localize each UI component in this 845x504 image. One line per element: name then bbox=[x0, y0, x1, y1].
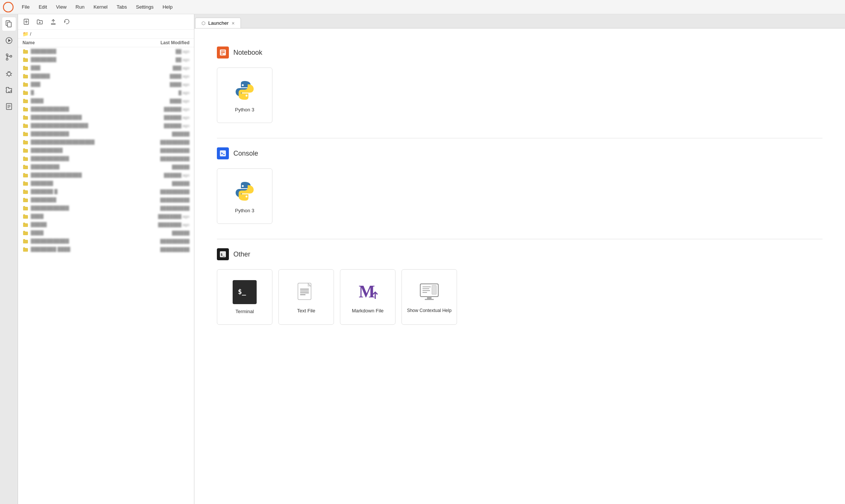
file-row-name: ████ bbox=[31, 214, 122, 219]
notebook-cards: Python 3 bbox=[217, 68, 822, 123]
terminal-label: Terminal bbox=[235, 309, 254, 314]
file-row-icon bbox=[23, 172, 29, 178]
refresh-btn[interactable] bbox=[62, 16, 72, 27]
list-item[interactable]: ██████████████████████ bbox=[18, 204, 194, 212]
list-item[interactable]: ███████ ███████████ bbox=[18, 188, 194, 196]
file-row-modified: ██████ ago bbox=[122, 107, 189, 111]
list-item[interactable]: ██████████ ago bbox=[18, 47, 194, 56]
svg-rect-41 bbox=[425, 299, 434, 300]
markdown-file-label: Markdown File bbox=[352, 308, 384, 314]
list-item[interactable]: ██████████████████ bbox=[18, 130, 194, 138]
text-file-card[interactable]: Text File bbox=[278, 269, 334, 325]
list-item[interactable]: ██████████████████████ bbox=[18, 237, 194, 245]
notebook-section-icon bbox=[217, 46, 229, 58]
console-section-title: Console bbox=[233, 150, 258, 158]
list-item[interactable]: █████████████ bbox=[18, 179, 194, 188]
svg-marker-4 bbox=[8, 39, 11, 42]
python3-notebook-icon bbox=[233, 78, 257, 102]
list-item[interactable]: ██████████████████████████████ bbox=[18, 138, 194, 146]
activity-page[interactable] bbox=[2, 100, 16, 113]
file-row-name: ████████ bbox=[31, 57, 122, 62]
list-item[interactable]: ████████ ██████████████ bbox=[18, 245, 194, 254]
contextual-help-card[interactable]: Show Contextual Help bbox=[401, 269, 457, 325]
menu-tabs[interactable]: Tabs bbox=[113, 3, 131, 11]
list-item[interactable]: ████████████ ago bbox=[18, 212, 194, 220]
menu-run[interactable]: Run bbox=[72, 3, 88, 11]
list-item[interactable]: █████████████ ago bbox=[18, 220, 194, 229]
activity-debug[interactable] bbox=[2, 67, 16, 80]
terminal-card[interactable]: $_ Terminal bbox=[217, 269, 272, 325]
file-row-name: ██████ bbox=[31, 74, 122, 79]
activity-puzzle[interactable] bbox=[2, 83, 16, 97]
file-row-name: ████████████ bbox=[31, 206, 122, 211]
file-row-modified: █ ago bbox=[122, 90, 189, 95]
svg-text:$_: $_ bbox=[221, 253, 225, 256]
file-row-modified: ████ ago bbox=[122, 74, 189, 78]
list-item[interactable]: ███████ ago bbox=[18, 80, 194, 88]
menu-edit[interactable]: Edit bbox=[35, 3, 51, 11]
menu-kernel[interactable]: Kernel bbox=[90, 3, 111, 11]
file-row-modified: ████ ago bbox=[122, 99, 189, 103]
file-row-icon bbox=[23, 106, 29, 112]
markdown-file-card[interactable]: M Markdown File bbox=[340, 269, 395, 325]
list-item[interactable]: ██████████████████████ bbox=[18, 154, 194, 163]
file-row-name: ████████████████████ bbox=[31, 140, 122, 145]
python3-notebook-card[interactable]: Python 3 bbox=[217, 68, 272, 123]
list-item[interactable]: ██████████████████████ ago bbox=[18, 113, 194, 122]
file-row-name: ████████ bbox=[31, 49, 122, 54]
file-row-modified: ██ ago bbox=[122, 57, 189, 62]
list-item[interactable]: ████████████████████ bbox=[18, 146, 194, 154]
list-item[interactable]: ██████████████████████ ago bbox=[18, 171, 194, 179]
file-toolbar bbox=[18, 14, 194, 30]
list-item[interactable]: ██████ ago bbox=[18, 64, 194, 72]
launcher-tab[interactable]: ⬡ Launcher × bbox=[195, 18, 241, 28]
contextual-help-label: Show Contextual Help bbox=[407, 308, 452, 313]
file-row-icon bbox=[23, 197, 29, 203]
list-item[interactable]: ████████ ago bbox=[18, 97, 194, 105]
file-row-name: ███ bbox=[31, 82, 122, 87]
menu-settings[interactable]: Settings bbox=[132, 3, 157, 11]
file-row-modified: ██████████ bbox=[122, 189, 189, 194]
upload-btn[interactable] bbox=[48, 16, 59, 27]
file-row-modified: ██████ bbox=[122, 165, 189, 169]
list-item[interactable]: ██████████ bbox=[18, 229, 194, 237]
file-row-icon bbox=[23, 180, 29, 186]
file-row-icon bbox=[23, 246, 29, 252]
activity-git[interactable] bbox=[2, 50, 16, 64]
python3-console-card[interactable]: Python 3 bbox=[217, 168, 272, 224]
python3-console-label: Python 3 bbox=[235, 208, 254, 213]
file-row-modified: ██████ bbox=[122, 231, 189, 235]
file-row-name: ████████████ bbox=[31, 131, 122, 136]
file-row-icon bbox=[23, 90, 29, 96]
activity-files[interactable] bbox=[2, 17, 16, 31]
file-row-name: ████████████ bbox=[31, 238, 122, 244]
file-row-icon bbox=[23, 114, 29, 120]
menu-help[interactable]: Help bbox=[159, 3, 176, 11]
col-name-header: Name bbox=[23, 40, 122, 45]
list-item[interactable]: ██████████████████ bbox=[18, 196, 194, 204]
file-row-name: █████ bbox=[31, 222, 122, 227]
list-item[interactable]: ██████████ ago bbox=[18, 72, 194, 80]
list-item[interactable]: ███████████████ bbox=[18, 163, 194, 171]
activity-run[interactable] bbox=[2, 34, 16, 47]
list-item[interactable]: ████████████████████████ ago bbox=[18, 122, 194, 130]
other-cards: $_ Terminal bbox=[217, 269, 822, 325]
tab-close-btn[interactable]: × bbox=[232, 21, 235, 26]
text-file-label: Text File bbox=[297, 308, 315, 314]
new-file-btn[interactable] bbox=[21, 16, 32, 27]
file-row-name: ████████ bbox=[31, 197, 122, 202]
file-row-name: ████████████████ bbox=[31, 115, 122, 120]
file-row-name: ██████████████████ bbox=[31, 123, 122, 128]
list-item[interactable]: ██████████████████ ago bbox=[18, 105, 194, 113]
new-folder-btn[interactable] bbox=[35, 16, 45, 27]
file-row-modified: ██████████ bbox=[122, 239, 189, 243]
other-section-header: $_ Other bbox=[217, 248, 822, 260]
menu-file[interactable]: File bbox=[18, 3, 33, 11]
file-row-name: ████ bbox=[31, 98, 122, 104]
list-item[interactable]: ██████████ ago bbox=[18, 56, 194, 64]
file-row-icon bbox=[23, 139, 29, 145]
list-item[interactable]: █ .█ ago bbox=[18, 88, 194, 97]
notebook-section-header: Notebook bbox=[217, 46, 822, 58]
menu-view[interactable]: View bbox=[52, 3, 70, 11]
svg-point-7 bbox=[10, 56, 12, 57]
